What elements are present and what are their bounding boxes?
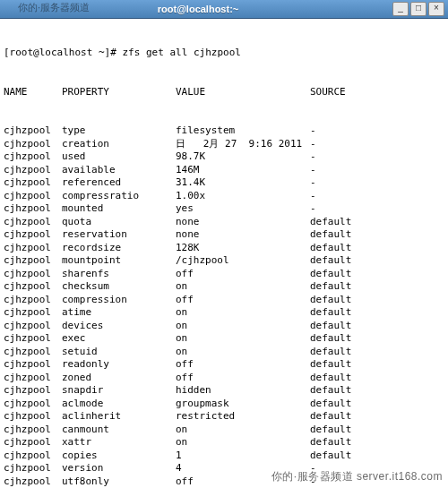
- table-row: cjhzpoolxattrondefault: [4, 436, 444, 449]
- table-row: cjhzpoolsnapdirhiddendefault: [4, 384, 444, 398]
- window-title: root@localhost:~: [4, 4, 392, 14]
- window-titlebar: root@localhost:~ _ □ ×: [0, 0, 448, 19]
- cell-name: cjhzpool: [4, 268, 62, 281]
- table-row: cjhzpoolcanmountondefault: [4, 424, 444, 437]
- cell-source: default: [310, 294, 444, 307]
- cell-name: cjhzpool: [4, 150, 62, 164]
- cell-value: groupmask: [176, 398, 310, 411]
- cell-property: referenced: [62, 176, 176, 190]
- table-row: cjhzpoolcompressionoffdefault: [4, 294, 444, 307]
- command-line: [root@localhost ~]# zfs get all cjhzpool: [4, 47, 444, 60]
- cell-value: 1: [176, 449, 310, 463]
- output-rows: cjhzpooltypefilesystem-cjhzpoolcreation日…: [4, 124, 444, 488]
- cell-name: cjhzpool: [4, 346, 62, 359]
- header-value: VALUE: [176, 86, 310, 99]
- cell-property: snapdir: [62, 384, 176, 398]
- cell-value: on: [176, 346, 310, 359]
- cell-name: cjhzpool: [4, 449, 62, 463]
- cell-name: cjhzpool: [4, 124, 62, 138]
- cell-value: off: [176, 294, 310, 307]
- cell-value: on: [176, 332, 310, 346]
- minimize-button[interactable]: _: [392, 2, 409, 16]
- cell-property: canmount: [62, 424, 176, 437]
- table-row: cjhzpoolchecksumondefault: [4, 280, 444, 294]
- table-row: cjhzpoolreferenced31.4K-: [4, 176, 444, 190]
- cell-value: 4: [176, 462, 310, 475]
- cell-property: used: [62, 150, 176, 164]
- cell-property: creation: [62, 138, 176, 151]
- cell-property: setuid: [62, 346, 176, 359]
- cell-value: restricted: [176, 410, 310, 424]
- cell-value: off: [176, 475, 310, 489]
- cell-value: 128K: [176, 242, 310, 255]
- window-buttons: _ □ ×: [392, 2, 444, 16]
- cell-source: -: [310, 138, 444, 151]
- cell-source: default: [310, 228, 444, 242]
- cell-source: -: [310, 202, 444, 216]
- cell-source: -: [310, 164, 444, 177]
- cell-name: cjhzpool: [4, 475, 62, 489]
- table-row: cjhzpooltypefilesystem-: [4, 124, 444, 138]
- cell-property: xattr: [62, 436, 176, 449]
- cell-name: cjhzpool: [4, 280, 62, 294]
- cell-source: default: [310, 384, 444, 398]
- table-row: cjhzpoolquotanonedefault: [4, 216, 444, 229]
- table-row: cjhzpoolsharenfsoffdefault: [4, 268, 444, 281]
- cell-value: /cjhzpool: [176, 254, 310, 268]
- cell-source: default: [310, 254, 444, 268]
- cell-name: cjhzpool: [4, 190, 62, 203]
- cell-source: -: [310, 176, 444, 190]
- table-row: cjhzpoolcompressratio1.00x-: [4, 190, 444, 203]
- cell-property: quota: [62, 216, 176, 229]
- cell-property: reservation: [62, 228, 176, 242]
- table-row: cjhzpoolmountedyes-: [4, 202, 444, 216]
- cell-value: off: [176, 358, 310, 372]
- cell-value: on: [176, 280, 310, 294]
- cell-value: 98.7K: [176, 150, 310, 164]
- cell-name: cjhzpool: [4, 320, 62, 333]
- cell-value: off: [176, 372, 310, 385]
- cell-name: cjhzpool: [4, 424, 62, 437]
- cell-value: 146M: [176, 164, 310, 177]
- cell-property: aclmode: [62, 398, 176, 411]
- table-row: cjhzpoolreadonlyoffdefault: [4, 358, 444, 372]
- cell-source: -: [310, 462, 444, 475]
- cell-name: cjhzpool: [4, 436, 62, 449]
- cell-property: compressratio: [62, 190, 176, 203]
- terminal[interactable]: [root@localhost ~]# zfs get all cjhzpool…: [0, 19, 448, 488]
- table-row: cjhzpoolused98.7K-: [4, 150, 444, 164]
- table-row: cjhzpoolsetuidondefault: [4, 346, 444, 359]
- cell-property: sharenfs: [62, 268, 176, 281]
- cell-source: default: [310, 216, 444, 229]
- table-row: cjhzpoolatimeondefault: [4, 306, 444, 320]
- cell-property: recordsize: [62, 242, 176, 255]
- cell-property: available: [62, 164, 176, 177]
- cell-source: default: [310, 242, 444, 255]
- cell-property: atime: [62, 306, 176, 320]
- cell-name: cjhzpool: [4, 462, 62, 475]
- table-row: cjhzpoolmountpoint/cjhzpooldefault: [4, 254, 444, 268]
- cell-name: cjhzpool: [4, 384, 62, 398]
- table-row: cjhzpoolrecordsize128Kdefault: [4, 242, 444, 255]
- close-button[interactable]: ×: [428, 2, 444, 16]
- maximize-button[interactable]: □: [410, 2, 426, 16]
- cell-source: default: [310, 280, 444, 294]
- prompt: [root@localhost ~]#: [4, 47, 122, 58]
- cell-property: zoned: [62, 372, 176, 385]
- cell-value: on: [176, 320, 310, 333]
- cell-source: default: [310, 346, 444, 359]
- cell-value: 1.00x: [176, 190, 310, 203]
- cell-value: 日 2月 27 9:16 2011: [176, 138, 310, 151]
- cell-value: on: [176, 306, 310, 320]
- cell-property: version: [62, 462, 176, 475]
- cell-value: filesystem: [176, 124, 310, 138]
- cell-name: cjhzpool: [4, 410, 62, 424]
- cell-property: copies: [62, 449, 176, 463]
- cell-property: checksum: [62, 280, 176, 294]
- command-text: zfs get all cjhzpool: [122, 47, 240, 58]
- cell-value: none: [176, 228, 310, 242]
- cell-source: default: [310, 268, 444, 281]
- cell-name: cjhzpool: [4, 294, 62, 307]
- cell-value: hidden: [176, 384, 310, 398]
- cell-name: cjhzpool: [4, 138, 62, 151]
